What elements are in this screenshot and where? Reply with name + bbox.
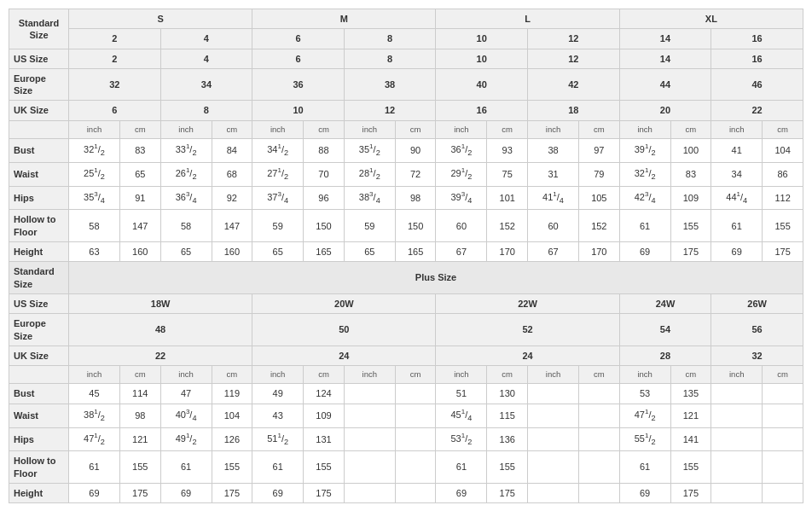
bust-label: Bust xyxy=(9,139,69,163)
htf-s4-inch: 58 xyxy=(160,210,212,242)
plus-hips-20w-inch: 491/2 xyxy=(160,427,212,451)
htf-s4-cm: 147 xyxy=(212,210,252,242)
us-size-2: 2 xyxy=(69,49,161,68)
plus-height-26w-b-cm xyxy=(763,483,803,502)
plus-waist-22w-b-cm xyxy=(395,404,436,427)
height-xl14-cm: 175 xyxy=(670,242,711,262)
plus-waist-label: Waist xyxy=(9,404,69,427)
bust-s2-inch: 321/2 xyxy=(69,139,120,163)
htf-m6-cm: 150 xyxy=(304,210,345,242)
hips-xl16-cm: 112 xyxy=(763,186,803,210)
bust-l12-inch: 38 xyxy=(528,139,579,163)
plus-europe-size-label: Europe Size xyxy=(9,314,69,346)
waist-m6-inch: 271/2 xyxy=(252,162,304,186)
uk-22: 22 xyxy=(711,101,803,120)
plus-cm-4: cm xyxy=(395,366,436,384)
plus-waist-20w-inch: 403/4 xyxy=(160,404,212,427)
plus-waist-22w-inch: 43 xyxy=(252,404,304,427)
plus-height-24w-cm: 175 xyxy=(487,483,528,502)
inch-header-8: inch xyxy=(711,120,763,138)
plus-uk-24b: 24 xyxy=(436,346,619,365)
hollow-floor-label: Hollow toFloor xyxy=(9,210,69,242)
inch-header-3: inch xyxy=(252,120,304,138)
uk-6: 6 xyxy=(69,101,161,120)
htf-l10-cm: 152 xyxy=(487,210,528,242)
us-8: 8 xyxy=(344,29,436,49)
bust-m6-cm: 88 xyxy=(304,139,345,163)
htf-xl16-cm: 155 xyxy=(763,210,803,242)
us-size-8: 8 xyxy=(344,49,436,68)
eu-46: 46 xyxy=(711,68,803,101)
plus-us-22w: 22W xyxy=(436,293,619,313)
plus-size-label: Plus Size xyxy=(69,262,803,294)
plus-bust-20w-inch: 47 xyxy=(160,384,212,404)
inch-header-2: inch xyxy=(160,120,212,138)
hips-m6-inch: 373/4 xyxy=(252,186,304,210)
us-size-16: 16 xyxy=(711,49,803,68)
inch-header-7: inch xyxy=(619,120,670,138)
plus-empty-cell xyxy=(9,366,69,384)
us-16: 16 xyxy=(711,29,803,49)
eu-38: 38 xyxy=(344,68,436,101)
height-xl16-inch: 69 xyxy=(711,242,763,262)
plus-height-18w-cm: 175 xyxy=(119,483,160,502)
plus-height-26w-inch: 69 xyxy=(619,483,670,502)
htf-m8-cm: 150 xyxy=(395,210,436,242)
us-2: 2 xyxy=(69,29,161,49)
inch-header-4: inch xyxy=(344,120,395,138)
bust-xl14-inch: 391/2 xyxy=(619,139,670,163)
waist-xl16-inch: 34 xyxy=(711,162,763,186)
eu-44: 44 xyxy=(619,68,711,101)
cm-header-5: cm xyxy=(487,120,528,138)
hips-s4-inch: 363/4 xyxy=(160,186,212,210)
plus-waist-24w-b-inch xyxy=(528,404,579,427)
height-m6-cm: 165 xyxy=(304,242,345,262)
plus-height-22w-inch: 69 xyxy=(252,483,304,502)
uk-8: 8 xyxy=(160,101,252,120)
plus-us-size-label: US Size xyxy=(9,293,69,313)
plus-cm-3: cm xyxy=(304,366,345,384)
cm-header-2: cm xyxy=(212,120,252,138)
size-xl-header: XL xyxy=(619,9,803,29)
us-size-6: 6 xyxy=(252,49,345,68)
plus-htf-22w-b-inch xyxy=(344,451,395,484)
waist-m6-cm: 70 xyxy=(304,162,345,186)
plus-inch-3: inch xyxy=(252,366,304,384)
plus-height-22w-b-inch xyxy=(344,483,395,502)
bust-s4-inch: 331/2 xyxy=(160,139,212,163)
plus-htf-22w-b-cm xyxy=(395,451,436,484)
cm-header-4: cm xyxy=(395,120,436,138)
plus-height-label: Height xyxy=(9,483,69,502)
us-14: 14 xyxy=(619,29,711,49)
waist-label: Waist xyxy=(9,162,69,186)
plus-height-20w-inch: 69 xyxy=(160,483,212,502)
plus-waist-26w-b-inch xyxy=(711,404,763,427)
waist-l10-inch: 291/2 xyxy=(436,162,487,186)
us-size-14: 14 xyxy=(619,49,711,68)
plus-height-24w-b-cm xyxy=(578,483,619,502)
plus-bust-26w-b-inch xyxy=(711,384,763,404)
plus-hips-22w-b-inch xyxy=(344,427,395,451)
plus-height-24w-inch: 69 xyxy=(436,483,487,502)
europe-size-label: Europe Size xyxy=(9,68,69,101)
plus-htf-26w-b-cm xyxy=(763,451,803,484)
bust-xl14-cm: 100 xyxy=(670,139,711,163)
cm-header-6: cm xyxy=(578,120,619,138)
plus-hips-26w-b-inch xyxy=(711,427,763,451)
plus-waist-26w-b-cm xyxy=(763,404,803,427)
eu-34: 34 xyxy=(160,68,252,101)
uk-10: 10 xyxy=(252,101,345,120)
plus-uk-22: 22 xyxy=(69,346,252,365)
us-size-10: 10 xyxy=(436,49,528,68)
plus-us-18w: 18W xyxy=(69,293,252,313)
plus-bust-26w-b-cm xyxy=(763,384,803,404)
size-l-header: L xyxy=(436,9,619,29)
plus-hips-24w-b-cm xyxy=(578,427,619,451)
standard-size-label: StandardSize xyxy=(9,9,69,49)
htf-xl16-inch: 61 xyxy=(711,210,763,242)
hips-l12-cm: 105 xyxy=(578,186,619,210)
uk-size-label: UK Size xyxy=(9,101,69,120)
height-m6-inch: 65 xyxy=(252,242,304,262)
cm-header-7: cm xyxy=(670,120,711,138)
cm-header-1: cm xyxy=(119,120,160,138)
